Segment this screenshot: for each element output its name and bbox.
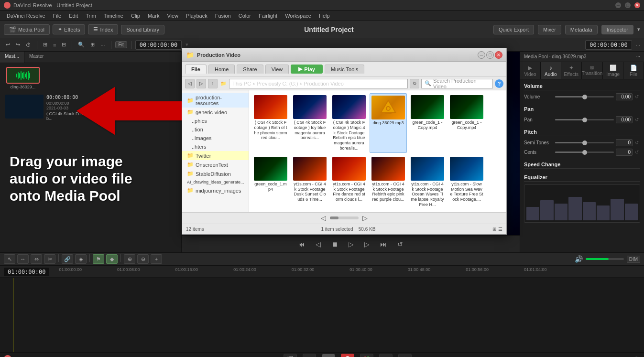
zoom-in-button[interactable]: ⊕ — [124, 254, 135, 264]
fd-back-button[interactable]: ◁ — [185, 79, 195, 88]
skip-forward-button[interactable]: ⏭ — [377, 239, 390, 249]
pan-reset-button[interactable]: ↺ — [633, 117, 640, 123]
next-frame-button[interactable]: ▷ — [361, 239, 372, 249]
undo-icon[interactable]: ↩ — [4, 41, 12, 49]
nav-deliver-button[interactable]: ⬆ — [398, 354, 412, 357]
inspector-more-icon[interactable]: ··· — [636, 54, 640, 59]
tab-audio[interactable]: ♪ Audio — [541, 62, 561, 79]
tab-master[interactable]: Master — [24, 52, 49, 63]
fd-forward-button[interactable]: ▷ — [196, 79, 206, 88]
play-button[interactable]: ▷ — [346, 239, 357, 249]
effects-button[interactable]: ✦ Effects — [53, 24, 85, 34]
tab-image[interactable]: ⬜ Image — [603, 62, 623, 79]
fd-item-6[interactable]: green_code_1.mp4 — [252, 155, 289, 209]
menu-fairlight[interactable]: Fairlight — [255, 12, 281, 20]
tab-effects[interactable]: ✦ Effects — [561, 62, 582, 79]
fd-view-list-button[interactable]: ☰ — [498, 227, 502, 232]
volume-slider-thumb[interactable] — [582, 95, 587, 99]
menu-view[interactable]: View — [163, 12, 182, 20]
loop-button[interactable]: ↺ — [394, 239, 406, 249]
fd-close-button[interactable]: ✕ — [495, 51, 502, 59]
volume-slider[interactable] — [555, 96, 614, 97]
mixer-button[interactable]: Mixer — [538, 25, 561, 34]
fd-item-7[interactable]: yt1s.com - CGI 4k Stock Footage Dusk Sun… — [291, 155, 328, 209]
disp-mode-button[interactable]: DIM — [627, 256, 640, 263]
settings-icon[interactable]: ⚙ — [634, 355, 640, 357]
media-pool-button[interactable]: 🎬 Media Pool — [4, 24, 50, 35]
index-button[interactable]: ☰ Index — [88, 24, 118, 34]
fd-item-9[interactable]: yt1s.com - CGI 4k Stock Footage Rebirth … — [370, 155, 407, 209]
more-options-icon[interactable]: ··· — [98, 41, 107, 49]
fd-up-button[interactable]: ↑ — [208, 79, 218, 88]
fd-view-grid-button[interactable]: ⊞ — [492, 227, 496, 232]
redo-icon[interactable]: ↪ — [14, 41, 22, 49]
fd-item-4[interactable]: green_code_1 - Copy.mp4 — [409, 93, 446, 153]
tab-transition[interactable]: ⊠ Transition — [582, 62, 603, 79]
link-button[interactable]: 🔗 — [62, 254, 73, 264]
fd-maximize-button[interactable]: □ — [486, 51, 494, 59]
tab-master-short[interactable]: Mast... — [0, 52, 24, 63]
nav-fusion-button[interactable] — [341, 354, 354, 357]
menu-mark[interactable]: Mark — [144, 12, 163, 20]
fd-item-2[interactable]: ( CGI 4k Stock Footage ) Magic 4k Stock … — [330, 93, 368, 153]
stop-button[interactable]: ⏹ — [328, 239, 341, 249]
fd-scroll-bar[interactable] — [330, 216, 359, 219]
nav-fairlight-button[interactable]: ♪ — [379, 354, 393, 357]
menu-playback[interactable]: Playback — [182, 12, 211, 20]
history-icon[interactable]: ⏱ — [24, 41, 33, 49]
tab-video[interactable]: ▶ Video — [520, 62, 541, 79]
marker-button[interactable]: ◆ — [106, 254, 118, 264]
fd-sidebar-item-generic-video[interactable]: 📁 generic-video — [182, 108, 249, 117]
nav-edit-button[interactable] — [322, 354, 335, 357]
zoom-out-button[interactable]: ⊖ — [137, 254, 149, 264]
fd-minimize-button[interactable]: ─ — [478, 51, 485, 59]
maximize-button[interactable]: □ — [625, 2, 631, 8]
view-option-icon[interactable]: ⊟ — [60, 41, 68, 49]
cents-thumb[interactable] — [582, 150, 587, 155]
filter-icon[interactable]: ⊞ — [88, 41, 97, 49]
fd-sidebar-item-onscreentext[interactable]: 📁 OnscreenText — [182, 160, 249, 169]
volume-reset-button[interactable]: ↺ — [633, 94, 640, 100]
nav-cut-button[interactable]: ✂ — [303, 354, 316, 357]
menu-fusion[interactable]: Fusion — [211, 12, 235, 20]
view-grid-icon[interactable]: ⊞ — [41, 41, 49, 49]
nav-media-button[interactable]: 🎬 — [284, 354, 297, 357]
menu-trim[interactable]: Trim — [82, 12, 100, 20]
audio-file-item[interactable]: ding-36029... — [4, 67, 42, 89]
fd-sidebar-item-graphics[interactable]: ..phics — [182, 117, 249, 125]
fd-item-1[interactable]: ( CGI 4k Stock Footage ) Icy blue magent… — [291, 93, 328, 153]
view-list-icon[interactable]: ≡ — [51, 41, 58, 49]
master-volume-slider[interactable] — [586, 258, 624, 260]
fd-tab-file[interactable]: File — [185, 65, 207, 74]
fd-sidebar-item-production-resources[interactable]: 📁 production-resources — [182, 93, 249, 108]
fit-button[interactable]: Fit — [115, 41, 127, 48]
fd-refresh-button[interactable]: ↻ — [410, 79, 419, 88]
fd-tab-view[interactable]: View — [265, 65, 289, 74]
play-button-green[interactable]: ▶ Home Play — [291, 65, 323, 74]
fd-scroll-right-button[interactable]: ▷ — [362, 214, 368, 222]
skip-back-button[interactable]: ⏮ — [295, 239, 308, 249]
fd-item-5[interactable]: green_code_1 - Copy.mp4 — [448, 93, 485, 153]
nav-color-button[interactable] — [360, 354, 373, 357]
menu-color[interactable]: Color — [235, 12, 255, 20]
fd-sidebar-item-ai-drawing[interactable]: AI_drawing_ideas_generate... — [182, 178, 249, 186]
fd-tab-share[interactable]: Share — [237, 65, 263, 74]
flag-button[interactable]: ⚑ — [93, 254, 104, 264]
menu-workspace[interactable]: Workspace — [281, 12, 315, 20]
magnet-button[interactable]: ◈ — [75, 254, 87, 264]
fd-path-display[interactable]: This PC › Previously C: (G:) › Productio… — [229, 79, 408, 88]
quick-export-button[interactable]: Quick Export — [493, 25, 534, 34]
close-button[interactable]: ✕ — [634, 2, 640, 8]
semitones-reset-button[interactable]: ↺ — [633, 140, 640, 146]
metadata-button[interactable]: Metadata — [565, 25, 598, 34]
razor-tool-button[interactable]: ✂ — [44, 254, 55, 264]
fd-search-box[interactable]: 🔍 Search Production Video — [421, 79, 493, 88]
fd-scroll-left-button[interactable]: ◁ — [321, 214, 326, 222]
fd-tab-music-tools[interactable]: Music Tools — [325, 65, 364, 74]
search-icon[interactable]: 🔍 — [76, 41, 87, 49]
plus-button[interactable]: + — [151, 254, 162, 264]
menu-davinci[interactable]: DaVinci Resolve — [3, 12, 49, 20]
fd-item-10[interactable]: yt1s.com - CGI 4k Stock Footage Ocean Wa… — [409, 155, 446, 209]
fd-sidebar-item-twitter[interactable]: 📁 Twitter — [182, 151, 249, 160]
menu-timeline[interactable]: Timeline — [100, 12, 127, 20]
